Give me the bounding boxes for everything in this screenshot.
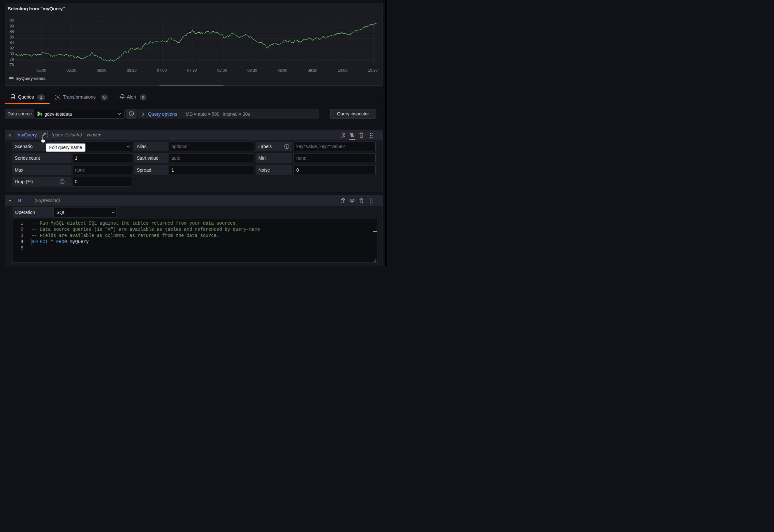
svg-text:?: ? (130, 112, 132, 115)
